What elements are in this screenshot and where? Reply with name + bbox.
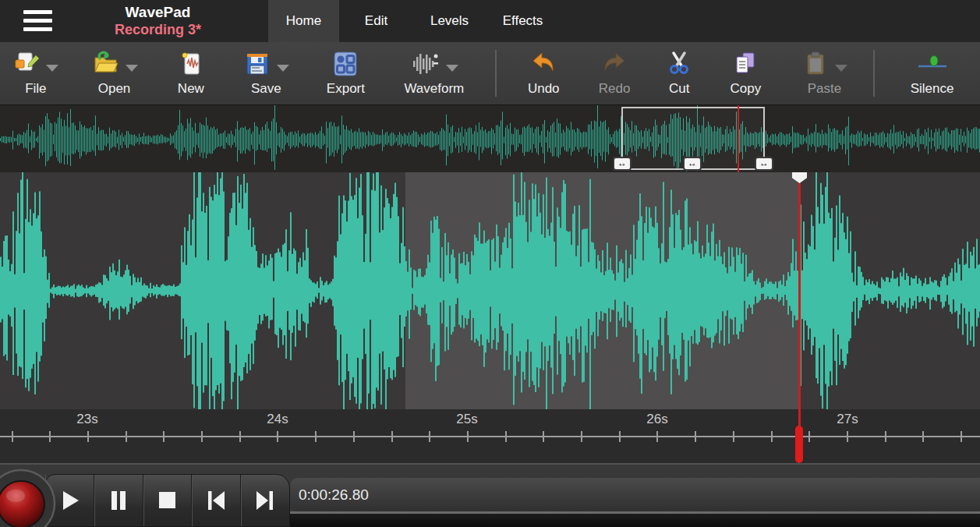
ruler-tick — [353, 431, 355, 442]
ruler-tick — [391, 431, 393, 442]
title-block: WavePad Recording 3* — [86, 3, 230, 39]
ruler-tick — [847, 431, 848, 442]
tab-home[interactable]: Home — [268, 0, 339, 42]
transport-bottom-strip — [290, 514, 980, 527]
time-label: 23s — [64, 412, 111, 427]
silence-button[interactable]: Silence — [884, 42, 980, 104]
ruler-tick — [315, 431, 317, 442]
time-bar — [290, 478, 980, 511]
redo-button[interactable]: Redo — [581, 42, 647, 104]
copy-button[interactable]: Copy — [711, 42, 780, 104]
ruler-tick — [885, 431, 886, 442]
ruler-tick — [771, 431, 773, 442]
time-label: 24s — [254, 412, 301, 427]
play-icon — [58, 489, 81, 512]
time-label: 25s — [444, 412, 490, 427]
redo-icon — [600, 51, 628, 77]
ruler-tick — [656, 431, 658, 442]
skip-to-end-icon — [253, 489, 277, 512]
ruler-tick — [543, 431, 544, 442]
file-button[interactable]: File — [0, 42, 72, 104]
file-icon — [12, 51, 41, 77]
ruler-tick — [581, 431, 582, 442]
overview-waveform[interactable] — [0, 105, 980, 173]
open-button[interactable]: Open — [72, 42, 157, 104]
skip-to-start-icon — [204, 489, 228, 512]
toolbar-separator — [495, 50, 497, 97]
overview-playhead — [738, 105, 739, 173]
skip-forward-button[interactable] — [241, 475, 289, 526]
time-label: 27s — [824, 412, 871, 427]
save-button[interactable]: Save — [225, 42, 307, 104]
chevron-down-icon[interactable] — [46, 65, 58, 72]
ruler-tick — [163, 431, 165, 442]
waveform-button[interactable]: Waveform — [384, 42, 485, 104]
main-waveform-view — [0, 172, 980, 409]
skip-back-button[interactable] — [192, 475, 241, 526]
document-title: Recording 3* — [86, 21, 230, 39]
new-button[interactable]: New — [157, 42, 225, 104]
ruler-tick — [126, 431, 127, 442]
ruler-tick — [12, 431, 13, 442]
tab-edit[interactable]: Edit — [339, 0, 413, 42]
time-label: 26s — [634, 412, 681, 427]
chevron-down-icon[interactable] — [835, 65, 847, 72]
export-button[interactable]: Export — [307, 42, 384, 104]
cut-icon — [665, 51, 693, 77]
transport-bar: 0:00:26.80 — [0, 465, 980, 527]
record-button[interactable] — [0, 466, 58, 527]
ruler-line — [0, 436, 980, 437]
undo-icon — [529, 51, 557, 77]
ruler-tick — [239, 431, 241, 442]
app-title: WavePad — [86, 3, 230, 21]
ruler-tick — [429, 431, 430, 442]
ruler-tick — [922, 431, 924, 442]
ruler-tick — [505, 431, 507, 442]
toolbar: File Open New — [0, 42, 980, 106]
timeline-playhead-marker[interactable] — [795, 426, 803, 463]
tab-bar: HomeEditLevelsEffects — [268, 0, 560, 42]
ruler-tick — [277, 431, 278, 442]
overview-strip: ↔↔↔ — [0, 104, 980, 173]
tab-effects[interactable]: Effects — [486, 0, 560, 42]
ruler-tick — [695, 431, 696, 442]
ruler-tick — [49, 431, 51, 442]
chevron-down-icon[interactable] — [446, 65, 458, 72]
playhead-line — [798, 180, 801, 409]
main-waveform[interactable] — [0, 172, 980, 409]
silence-icon — [917, 51, 948, 77]
ruler-tick — [961, 431, 962, 442]
ruler-tick — [467, 431, 469, 442]
chevron-down-icon[interactable] — [126, 65, 138, 72]
ruler-tick — [733, 431, 734, 442]
ruler-tick — [201, 431, 203, 442]
selection-resize-handle[interactable]: ↔ — [613, 157, 632, 171]
copy-icon — [731, 51, 759, 77]
paste-button[interactable]: Paste — [780, 42, 869, 104]
selection-resize-handle[interactable]: ↔ — [683, 157, 702, 171]
header-bar: WavePad Recording 3* HomeEditLevelsEffec… — [0, 0, 980, 42]
record-icon — [0, 466, 58, 527]
selection-resize-handle[interactable]: ↔ — [755, 157, 773, 171]
save-icon — [243, 51, 271, 77]
ruler-tick — [619, 431, 621, 442]
open-folder-icon — [90, 51, 120, 77]
cut-button[interactable]: Cut — [648, 42, 711, 104]
tab-levels[interactable]: Levels — [413, 0, 486, 42]
export-icon — [331, 51, 359, 77]
paste-icon — [801, 51, 830, 77]
timeline-ruler[interactable]: 23s24s25s26s27s — [0, 409, 980, 465]
pause-icon — [107, 489, 130, 512]
transport-buttons — [44, 474, 290, 527]
menu-icon[interactable] — [23, 10, 52, 32]
time-display: 0:00:26.80 — [299, 478, 369, 511]
ruler-tick — [808, 431, 810, 442]
stop-button[interactable] — [143, 475, 193, 526]
pause-button[interactable] — [94, 475, 143, 526]
chevron-down-icon[interactable] — [277, 65, 289, 72]
toolbar-separator — [873, 50, 875, 97]
undo-button[interactable]: Undo — [506, 42, 581, 104]
ruler-tick — [87, 431, 89, 442]
waveform-icon — [409, 51, 440, 77]
stop-icon — [155, 489, 179, 512]
